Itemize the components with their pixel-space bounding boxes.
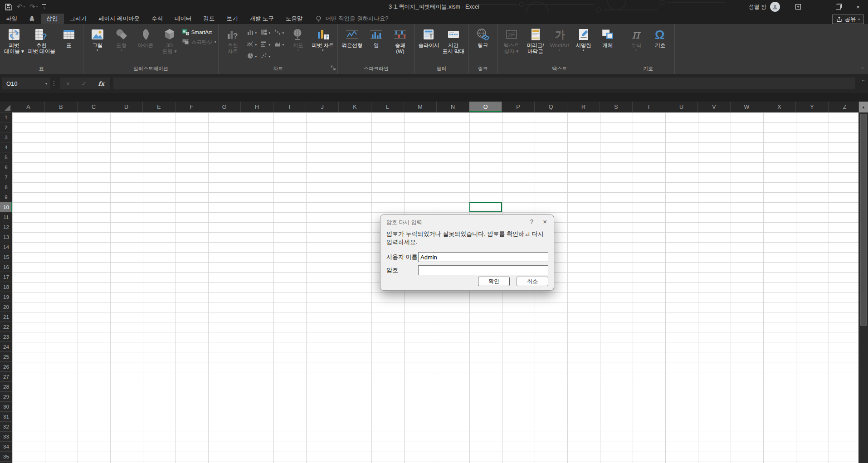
row-header-21[interactable]: 21 — [0, 312, 12, 322]
dialog-launcher-icon[interactable] — [331, 64, 336, 73]
column-header-A[interactable]: A — [12, 102, 45, 112]
row-header-16[interactable]: 16 — [0, 262, 12, 272]
row-header-27[interactable]: 27 — [0, 372, 12, 382]
row-header-4[interactable]: 4 — [0, 142, 12, 152]
ribbon-display-options-icon[interactable] — [788, 0, 808, 14]
tab-보기[interactable]: 보기 — [220, 14, 244, 24]
column-header-K[interactable]: K — [339, 102, 371, 112]
row-header-29[interactable]: 29 — [0, 392, 12, 402]
row-header-25[interactable]: 25 — [0, 352, 12, 362]
column-header-J[interactable]: J — [306, 102, 339, 112]
column-header-F[interactable]: F — [176, 102, 208, 112]
row-header-2[interactable]: 2 — [0, 122, 12, 132]
row-header-26[interactable]: 26 — [0, 362, 12, 372]
column-header-Z[interactable]: Z — [829, 102, 861, 112]
row-header-24[interactable]: 24 — [0, 342, 12, 352]
row-header-30[interactable]: 30 — [0, 402, 12, 412]
share-button[interactable]: 공유 ▾ — [832, 15, 864, 24]
row-header-6[interactable]: 6 — [0, 162, 12, 172]
confirm-entry-icon[interactable]: ✓ — [82, 80, 87, 87]
ribbon-button-피벗 차트[interactable]: 피벗 차트▾ — [310, 25, 335, 64]
column-header-E[interactable]: E — [143, 102, 176, 112]
scroll-up-icon[interactable]: ▲ — [859, 102, 868, 112]
name-box[interactable]: O10 ▾ — [2, 78, 50, 89]
cancel-button[interactable]: 취소 — [517, 277, 548, 286]
ribbon-button-꺾은선형[interactable]: 꺾은선형 — [340, 25, 364, 64]
ribbon-button-기호[interactable]: Ω기호 — [649, 25, 672, 64]
ribbon-button-슬라이서[interactable]: 슬라이서 — [417, 25, 440, 64]
column-header-T[interactable]: T — [633, 102, 665, 112]
tab-도움말[interactable]: 도움말 — [280, 14, 309, 24]
collapse-ribbon-icon[interactable]: ˆ — [862, 68, 863, 73]
ribbon-button-열[interactable]: 열 — [364, 25, 388, 64]
tab-개발 도구[interactable]: 개발 도구 — [244, 14, 279, 24]
column-header-U[interactable]: U — [665, 102, 698, 112]
expand-formula-bar-icon[interactable]: ˆ — [862, 78, 864, 86]
selected-cell-O10[interactable] — [469, 202, 502, 212]
ribbon-button-표[interactable]: 표 — [57, 25, 81, 64]
account-user-name[interactable]: 성열 장 — [749, 3, 766, 11]
cancel-entry-icon[interactable]: × — [66, 80, 70, 87]
row-header-9[interactable]: 9 — [0, 192, 12, 202]
row-header-1[interactable]: 1 — [0, 112, 12, 122]
row-header-23[interactable]: 23 — [0, 332, 12, 342]
column-header-H[interactable]: H — [241, 102, 273, 112]
row-header-28[interactable]: 28 — [0, 382, 12, 392]
formula-input[interactable] — [113, 78, 855, 89]
column-header-D[interactable]: D — [110, 102, 143, 112]
ribbon-button-시간 표시 막대[interactable]: 시간표시 막대 — [441, 25, 466, 64]
ribbon-button-추천 피벗 테이블[interactable]: ?추천피벗 테이블 — [26, 25, 57, 64]
row-header-35[interactable]: 35 — [0, 452, 12, 462]
column-header-X[interactable]: X — [763, 102, 796, 112]
row-header-10[interactable]: 10 — [0, 202, 12, 212]
row-header-33[interactable]: 33 — [0, 432, 12, 442]
tab-페이지 레이아웃[interactable]: 페이지 레이아웃 — [93, 14, 146, 24]
row-header-20[interactable]: 20 — [0, 302, 12, 312]
vertical-scrollbar[interactable]: ▲ — [858, 102, 868, 463]
dialog-close-icon[interactable]: × — [543, 218, 547, 225]
column-header-B[interactable]: B — [45, 102, 78, 112]
row-header-14[interactable]: 14 — [0, 242, 12, 252]
row-header-3[interactable]: 3 — [0, 132, 12, 142]
restore-button[interactable] — [828, 0, 848, 14]
column-header-Y[interactable]: Y — [796, 102, 829, 112]
row-header-31[interactable]: 31 — [0, 412, 12, 422]
name-box-caret-icon[interactable]: ▾ — [45, 82, 47, 86]
column-header-I[interactable]: I — [273, 102, 306, 112]
row-header-22[interactable]: 22 — [0, 322, 12, 332]
username-field[interactable] — [418, 252, 548, 262]
row-header-5[interactable]: 5 — [0, 152, 12, 162]
tab-검토[interactable]: 검토 — [197, 14, 220, 24]
row-header-18[interactable]: 18 — [0, 282, 12, 292]
row-header-32[interactable]: 32 — [0, 422, 12, 432]
tell-me-search[interactable]: 어떤 작업을 원하시나요? — [316, 14, 388, 24]
row-header-11[interactable]: 11 — [0, 212, 12, 222]
ribbon-button-피벗 테이블[interactable]: 피벗테이블 ▾ — [2, 25, 26, 64]
ribbon-button-그림[interactable]: 그림▾ — [86, 25, 109, 64]
row-header-17[interactable]: 17 — [0, 272, 12, 282]
column-header-M[interactable]: M — [404, 102, 437, 112]
row-header-7[interactable]: 7 — [0, 172, 12, 182]
tab-그리기[interactable]: 그리기 — [64, 14, 93, 24]
column-header-G[interactable]: G — [208, 102, 241, 112]
ribbon-button-링크[interactable]: 링크 — [471, 25, 495, 64]
ribbon-button-서명란[interactable]: 서명란▾ — [572, 25, 595, 64]
tab-홈[interactable]: 홈 — [23, 14, 41, 24]
column-header-L[interactable]: L — [371, 102, 404, 112]
column-header-S[interactable]: S — [600, 102, 633, 112]
column-header-P[interactable]: P — [502, 102, 535, 112]
column-header-N[interactable]: N — [437, 102, 469, 112]
scrollbar-thumb[interactable] — [860, 114, 867, 326]
row-header-8[interactable]: 8 — [0, 182, 12, 192]
avatar[interactable] — [770, 2, 780, 12]
close-button[interactable]: × — [848, 0, 868, 14]
column-header-C[interactable]: C — [78, 102, 110, 112]
row-header-34[interactable]: 34 — [0, 442, 12, 452]
ribbon-button-개체[interactable]: 개체 — [596, 25, 619, 64]
ok-button[interactable]: 확인 — [478, 277, 510, 286]
tab-수식[interactable]: 수식 — [146, 14, 169, 24]
tab-파일[interactable]: 파일 — [0, 14, 23, 24]
row-header-15[interactable]: 15 — [0, 252, 12, 262]
ribbon-button-SmartArt[interactable]: SmartArt — [182, 28, 212, 36]
tab-데이터[interactable]: 데이터 — [169, 14, 198, 24]
